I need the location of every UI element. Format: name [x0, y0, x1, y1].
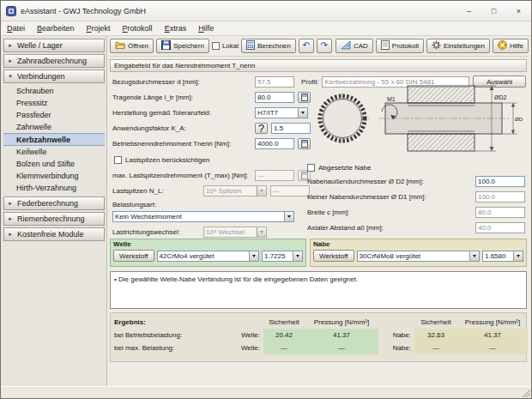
- settings-button[interactable]: Einstellungen: [426, 39, 490, 53]
- close-button[interactable]: ×: [506, 1, 531, 21]
- peaks-count-field[interactable]: ---: [270, 185, 310, 196]
- resize-grip[interactable]: [522, 389, 530, 397]
- menu-protokoll[interactable]: Protokoll: [117, 23, 159, 33]
- redo-button[interactable]: [317, 39, 332, 53]
- hub-panel-title: Nabe: [313, 240, 523, 250]
- app-icon: [6, 6, 16, 16]
- save-button[interactable]: Speichern: [156, 39, 209, 53]
- hub-material-name: 30CrNiMo8 vergütet: [358, 252, 470, 260]
- chevron-down-icon[interactable]: [249, 251, 258, 261]
- folder-open-icon: [115, 40, 125, 51]
- sidebar-item-bolzen-und-stifte[interactable]: Bolzen und Stifte: [3, 158, 105, 170]
- chevron-down-icon[interactable]: [513, 251, 523, 261]
- sidebar-item-hirth-verzahnung[interactable]: Hirth-Verzahnung: [3, 182, 105, 194]
- sidebar-section-kostenfreie-module[interactable]: Kostenfreie Module: [3, 227, 105, 241]
- status-bar: [1, 386, 531, 398]
- stepped-hub-checkbox[interactable]: [307, 164, 315, 172]
- results-header-safety-hub: Sicherheit: [414, 316, 457, 329]
- hub-material-row: Werkstoff 30CrNiMo8 vergütet 1.6580: [313, 250, 523, 262]
- title-bar[interactable]: eAssistant - GWJ Technology GmbH – □ ×: [1, 1, 531, 21]
- chevron-down-icon[interactable]: [469, 251, 479, 261]
- sidebar-item-presssitz[interactable]: Presssitz: [3, 97, 105, 109]
- chevron-down-icon[interactable]: [293, 251, 302, 261]
- hub-material-button[interactable]: Werkstoff: [313, 250, 354, 262]
- results-hub-pressure-value: 41.37: [457, 329, 528, 342]
- sidebar: Welle / Lager Zahnradberechnung Verbindu…: [1, 36, 106, 386]
- protocol-button[interactable]: Protokoll: [376, 39, 424, 53]
- local-checkbox[interactable]: [212, 42, 220, 50]
- sidebar-item-schrauben[interactable]: Schrauben: [3, 85, 105, 97]
- hub-outer-diameter-field[interactable]: 100.0: [475, 176, 525, 187]
- help-button[interactable]: Hilfe: [493, 39, 529, 53]
- sidebar-section-zahnradberechnung[interactable]: Zahnradberechnung: [3, 54, 105, 68]
- chevron-down-icon[interactable]: [257, 227, 266, 237]
- tolerance-value: H7/IT7: [256, 109, 298, 117]
- section-title: Eingabefeld für das Nenndrehmoment T_nen…: [114, 62, 255, 70]
- tolerance-row: Herstellung gemäß Toleranzfeld: H7/IT7: [112, 106, 308, 118]
- shaft-material-select[interactable]: 42CrMo4 vergütet: [157, 251, 260, 262]
- calculate-button[interactable]: Berechnen: [241, 39, 296, 53]
- application-factor-help-button[interactable]: ?: [255, 123, 268, 134]
- sidebar-section-label: Kostenfreie Module: [17, 230, 84, 239]
- max-torque-field[interactable]: ---: [255, 170, 294, 181]
- menu-bearbeiten[interactable]: Bearbeiten: [31, 23, 81, 33]
- open-button[interactable]: Öffnen: [110, 39, 154, 53]
- hub-axial-distance-field[interactable]: 40.0: [475, 222, 525, 233]
- undo-icon: [303, 41, 310, 50]
- sidebar-section-riemenberechnung[interactable]: Riemenberechnung: [3, 212, 105, 226]
- menu-projekt[interactable]: Projekt: [81, 23, 117, 33]
- application-factor-label: Anwendungsfaktor K_A:: [112, 124, 255, 132]
- settings-label: Einstellungen: [444, 42, 485, 50]
- sidebar-item-passfeder[interactable]: Passfeder: [3, 109, 105, 121]
- chevron-down-icon[interactable]: [257, 186, 266, 196]
- sidebar-section-federberechnung[interactable]: Federberechnung: [3, 196, 105, 210]
- sidebar-item-kerbzahnwelle[interactable]: Kerbzahnwelle: [3, 133, 105, 146]
- sidebar-item-klemmverbindung[interactable]: Klemmverbindung: [3, 170, 105, 182]
- chevron-down-icon[interactable]: [284, 212, 293, 221]
- peaks-checkbox-label: Lastspitzen berücksichtigen: [125, 156, 209, 164]
- dimension-label-d2: ØD2: [494, 94, 507, 100]
- peaks-checkbox[interactable]: [114, 156, 122, 164]
- peaks-row: Lastspitzen N_L: 10⁴ Spitzen ---: [112, 184, 310, 196]
- sidebar-item-zahnwelle[interactable]: Zahnwelle: [3, 121, 105, 133]
- cad-button[interactable]: CAD: [336, 39, 373, 53]
- length-field[interactable]: 80.0: [255, 92, 294, 103]
- load-changes-select[interactable]: 10⁴ Wechsel: [203, 227, 267, 238]
- hub-width-field[interactable]: 80.0: [475, 207, 525, 218]
- load-type-value: Kein Wechselmoment: [113, 213, 284, 221]
- menu-datei[interactable]: Datei: [1, 23, 31, 33]
- stepped-hub-label: Abgesetzte Nabe: [318, 164, 371, 172]
- application-factor-row: Anwendungsfaktor K_A: ? 1.5: [112, 122, 311, 134]
- hub-small-diameter-field[interactable]: 100.0: [475, 191, 525, 203]
- undo-button[interactable]: [299, 39, 314, 53]
- dimension-label-d: ØD: [515, 117, 523, 122]
- save-label: Speichern: [173, 42, 204, 50]
- torque-row: Betriebsnenndrehmoment Tnenn [Nm]: 4000.…: [112, 137, 311, 149]
- menu-extras[interactable]: Extras: [159, 23, 193, 33]
- sidebar-section-label: Verbindungen: [17, 72, 65, 81]
- sidebar-section-label: Riemenberechnung: [17, 215, 85, 223]
- results-title: Ergebnis:: [111, 316, 226, 329]
- sidebar-section-verbindungen[interactable]: Verbindungen: [3, 70, 105, 83]
- load-type-select[interactable]: Kein Wechselmoment: [112, 211, 294, 222]
- minimize-button[interactable]: –: [456, 1, 481, 21]
- tolerance-select[interactable]: H7/IT7: [255, 107, 308, 118]
- menu-hilfe[interactable]: Hilfe: [192, 23, 220, 33]
- hub-material-number-select[interactable]: 1.6580: [482, 251, 523, 262]
- hub-outer-diameter-label: Nabenaußendurchmesser Ø D2 [mm]:: [307, 178, 475, 185]
- application-factor-field[interactable]: 1.5: [271, 123, 311, 134]
- sidebar-item-keilwelle[interactable]: Keilwelle: [3, 146, 105, 158]
- shaft-material-number-select[interactable]: 1.7225: [262, 251, 303, 262]
- results-hub-sublabel: Nabe:: [378, 329, 414, 342]
- shaft-material-button[interactable]: Werkstoff: [113, 250, 154, 262]
- hub-material-select[interactable]: 30CrNiMo8 vergütet: [357, 251, 481, 262]
- shaft-material-row: Werkstoff 42CrMo4 vergütet 1.7225: [113, 250, 303, 262]
- shaft-material-panel: Welle Werkstoff 42CrMo4 vergütet 1.7225: [110, 239, 306, 267]
- maximize-button[interactable]: □: [481, 1, 506, 21]
- sidebar-section-welle-lager[interactable]: Welle / Lager: [3, 39, 105, 52]
- hub-material-number: 1.6580: [483, 252, 513, 260]
- peaks-select[interactable]: 10⁴ Spitzen: [203, 185, 267, 196]
- document-icon: [381, 40, 390, 51]
- reference-diameter-field[interactable]: 57.5: [255, 76, 294, 88]
- torque-field[interactable]: 4000.0: [255, 138, 294, 149]
